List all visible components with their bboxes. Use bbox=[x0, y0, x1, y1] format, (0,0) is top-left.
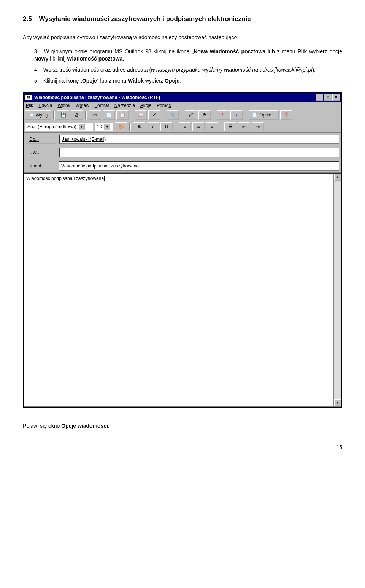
bullets-button[interactable]: ☰ bbox=[224, 122, 236, 131]
close-button[interactable]: × bbox=[332, 94, 340, 101]
section-title-text: Wysyłanie wiadomości zaszyfrowanych i po… bbox=[39, 15, 251, 22]
subject-input[interactable]: Wiadomość podpisana i zaszyfrowana bbox=[59, 161, 339, 171]
menu-edycja[interactable]: Edycja bbox=[38, 103, 52, 108]
step-number: 5. bbox=[34, 77, 42, 84]
paste-button[interactable]: 📋 bbox=[116, 110, 129, 120]
send-button[interactable]: 📨 Wyślij bbox=[25, 110, 51, 120]
signature-button[interactable]: 🖊 bbox=[185, 110, 197, 120]
menu-format[interactable]: Format bbox=[95, 103, 109, 108]
message-body-container: Wiadomość podpisana i zaszyfrowana ▲ ▼ bbox=[24, 173, 341, 407]
window-title: Wiadomość podpisana i zaszyfrowana - Wia… bbox=[34, 95, 160, 100]
italic-button[interactable]: I bbox=[147, 122, 159, 131]
importance-low-button[interactable]: ↓ bbox=[230, 110, 243, 120]
page-number: 15 bbox=[23, 444, 342, 450]
vertical-scrollbar[interactable]: ▲ ▼ bbox=[334, 173, 341, 407]
flag-button[interactable]: ⚑ bbox=[198, 110, 211, 120]
toolbar-separator bbox=[245, 111, 246, 119]
cut-button[interactable]: ✂ bbox=[89, 110, 101, 120]
closing-paragraph: Pojawi się okno Opcje wiadomości. bbox=[23, 423, 342, 429]
font-name-combo[interactable]: Arial (Europa środkowa) ▼ bbox=[25, 123, 93, 131]
menu-plik[interactable]: Plik bbox=[26, 103, 33, 108]
toolbar-separator bbox=[53, 111, 55, 119]
cc-button[interactable]: DW... bbox=[26, 148, 56, 157]
scroll-down-button[interactable]: ▼ bbox=[334, 399, 341, 406]
text-caret bbox=[104, 176, 105, 181]
window-titlebar[interactable]: ✉ Wiadomość podpisana i zaszyfrowana - W… bbox=[24, 93, 341, 102]
menu-wstaw[interactable]: Wstaw bbox=[76, 103, 89, 108]
step-4: 4. Wpisz treść wiadomość oraz adres adre… bbox=[34, 66, 342, 73]
menu-widok[interactable]: Widok bbox=[57, 103, 70, 108]
align-right-button[interactable]: ≡ bbox=[206, 122, 218, 131]
font-color-button[interactable]: 🎨 bbox=[115, 122, 127, 131]
toolbar-separator bbox=[221, 123, 222, 131]
underline-button[interactable]: U bbox=[160, 122, 173, 131]
step-number: 4. bbox=[34, 66, 42, 73]
menu-narzedzia[interactable]: Narzędzia bbox=[114, 103, 135, 108]
font-size-combo[interactable]: 10 ▼ bbox=[95, 123, 113, 131]
toolbar-separator bbox=[175, 123, 176, 131]
toolbar-separator bbox=[163, 111, 164, 119]
decrease-indent-button[interactable]: ⇤ bbox=[238, 122, 250, 131]
message-body-editor[interactable]: Wiadomość podpisana i zaszyfrowana bbox=[24, 173, 334, 407]
menu-pomoc[interactable]: Pomoc bbox=[157, 103, 171, 108]
scroll-up-button[interactable]: ▲ bbox=[334, 174, 341, 181]
standard-toolbar: 📨 Wyślij 💾 🖨 ✂ 📄 📋 📖 ✔ 📎 🖊 ⚑ ! ↓ 📑 Opcje… bbox=[24, 109, 341, 121]
menu-bar: Plik Edycja Widok Wstaw Format Narzędzia… bbox=[24, 102, 341, 109]
cc-field-row: DW... bbox=[24, 146, 341, 159]
align-center-button[interactable]: ≡ bbox=[192, 122, 205, 131]
step-number: 3. bbox=[34, 48, 42, 55]
toolbar-separator bbox=[213, 111, 214, 119]
minimize-button[interactable]: _ bbox=[316, 94, 323, 101]
menu-akcje[interactable]: Akcje bbox=[140, 103, 151, 108]
importance-high-button[interactable]: ! bbox=[217, 110, 229, 120]
attach-file-button[interactable]: 📎 bbox=[167, 110, 179, 120]
options-button[interactable]: 📑 Opcje... bbox=[249, 110, 278, 120]
copy-button[interactable]: 📄 bbox=[103, 110, 115, 120]
address-book-button[interactable]: 📖 bbox=[135, 110, 147, 120]
save-button[interactable]: 💾 bbox=[57, 110, 69, 120]
step-5: 5. Kliknij na ikonę „Opcje" lub z menu W… bbox=[34, 77, 342, 84]
subject-label: Temat: bbox=[26, 163, 56, 169]
help-button[interactable]: ❓ bbox=[280, 110, 292, 120]
bold-button[interactable]: B bbox=[133, 122, 145, 131]
check-names-button[interactable]: ✔ bbox=[148, 110, 160, 120]
envelope-icon: ✉ bbox=[25, 94, 32, 100]
step-3: 3. W głównym oknie programu MS Outlook 9… bbox=[34, 48, 342, 62]
cc-input[interactable] bbox=[59, 148, 339, 157]
maximize-button[interactable]: □ bbox=[324, 94, 332, 101]
align-left-button[interactable]: ≡ bbox=[179, 122, 191, 131]
print-button[interactable]: 🖨 bbox=[71, 110, 83, 120]
dropdown-icon[interactable]: ▼ bbox=[78, 123, 85, 130]
section-heading: 2.5 Wysyłanie wiadomości zaszyfrowanych … bbox=[23, 15, 342, 23]
to-input[interactable]: Jan Kowalski (E-mail) bbox=[59, 135, 339, 144]
formatting-toolbar: Arial (Europa środkowa) ▼ 10 ▼ 🎨 B I U ≡… bbox=[24, 121, 341, 133]
to-button[interactable]: Do... bbox=[26, 135, 56, 144]
intro-paragraph: Aby wysłać podpisaną cyfrowo i zaszyfrow… bbox=[23, 34, 342, 40]
section-number: 2.5 bbox=[23, 15, 32, 22]
increase-indent-button[interactable]: ⇥ bbox=[252, 122, 264, 131]
toolbar-separator bbox=[131, 111, 132, 119]
instruction-list: 3. W głównym oknie programu MS Outlook 9… bbox=[23, 48, 342, 84]
outlook-new-message-window: ✉ Wiadomość podpisana i zaszyfrowana - W… bbox=[23, 92, 342, 408]
toolbar-separator bbox=[181, 111, 182, 119]
dropdown-icon[interactable]: ▼ bbox=[104, 123, 110, 130]
to-field-row: Do... Jan Kowalski (E-mail) bbox=[24, 133, 341, 146]
subject-field-row: Temat: Wiadomość podpisana i zaszyfrowan… bbox=[24, 159, 341, 173]
toolbar-separator bbox=[85, 111, 87, 119]
toolbar-separator bbox=[129, 123, 131, 131]
